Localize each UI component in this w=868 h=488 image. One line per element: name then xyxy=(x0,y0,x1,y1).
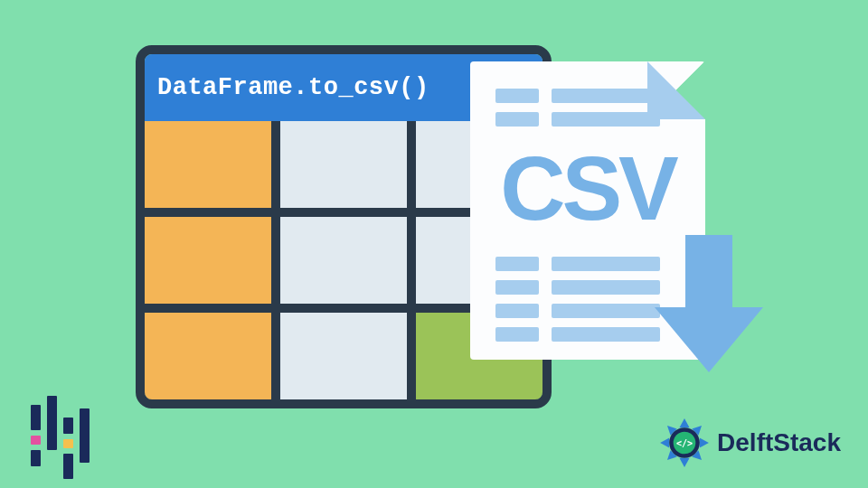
svg-marker-1 xyxy=(679,458,689,467)
file-line xyxy=(495,89,660,103)
file-line xyxy=(495,327,660,342)
file-line xyxy=(495,304,660,318)
file-line xyxy=(495,112,660,127)
table-cell xyxy=(280,121,407,208)
delftstack-logo: </> DelftStack xyxy=(659,418,841,468)
svg-marker-3 xyxy=(700,437,709,447)
file-line xyxy=(495,257,660,271)
svg-marker-0 xyxy=(679,418,689,427)
illustration-canvas: DataFrame.to_csv() CSV xyxy=(136,45,732,407)
delftstack-text: DelftStack xyxy=(717,428,841,457)
table-cell xyxy=(280,313,407,399)
table-cell xyxy=(280,217,407,304)
file-line xyxy=(495,280,660,295)
pandas-logo-icon xyxy=(31,396,90,466)
svg-marker-2 xyxy=(660,437,669,447)
table-cell xyxy=(145,217,271,304)
download-arrow-icon xyxy=(655,235,763,380)
table-cell xyxy=(145,121,271,208)
svg-text:</>: </> xyxy=(676,438,693,448)
delftstack-badge-icon: </> xyxy=(659,418,710,468)
csv-label: CSV xyxy=(470,143,705,233)
table-cell xyxy=(145,313,271,399)
